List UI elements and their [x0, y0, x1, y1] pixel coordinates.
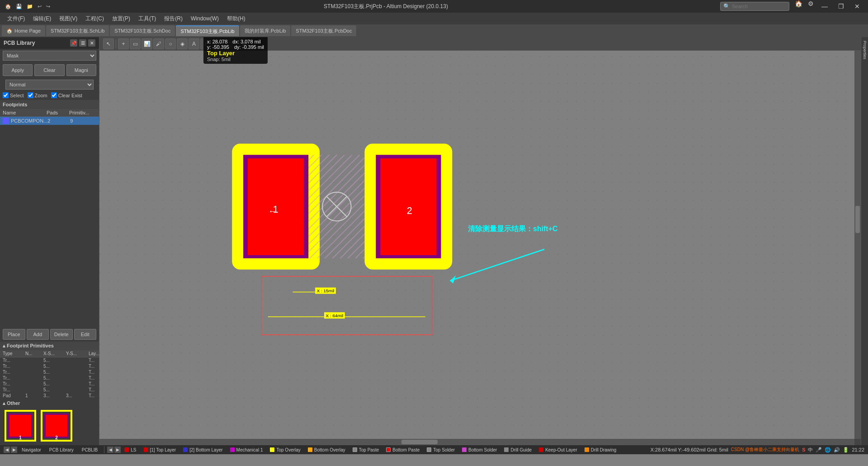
tb-zoom-in-btn[interactable]: + [118, 38, 129, 49]
layer-mech1-label: Mechanical 1 [236, 447, 263, 452]
layer-top-overlay[interactable]: Top Overlay [266, 445, 304, 454]
delete-button[interactable]: Delete [50, 329, 73, 340]
footprint-row-0[interactable]: PCBCOMPON... 2 9 [0, 117, 99, 125]
canvas-area[interactable]: ↖ + ▭ 📊 🖋 ○ ◈ A / ⊡ ⬚ ⊞ x: 28.078 dx: 3.… [99, 37, 861, 445]
prim-row-5[interactable]: Tr...5...T... [0, 387, 99, 393]
zoom-checkbox-label[interactable]: Zoom [28, 92, 47, 98]
clear-exist-checkbox[interactable] [51, 92, 57, 98]
menu-help[interactable]: 帮助(H) [223, 14, 249, 24]
csdn-watermark: CSDN @鲁棒最小二乘支持向量机 [731, 447, 799, 453]
prim-row-0[interactable]: Tr...5...T... [0, 357, 99, 363]
layer-bot-paste[interactable]: Bottom Paste [382, 445, 423, 454]
panel-pin-btn[interactable]: 📌 [70, 39, 77, 47]
layer-bot-overlay[interactable]: Bottom Overlay [304, 445, 349, 454]
layer-bottom-label: [2] Bottom Layer [189, 447, 222, 452]
menu-tools[interactable]: 工具(T) [135, 14, 160, 24]
maximize-button[interactable]: ❐ [834, 0, 848, 13]
tb-select-btn[interactable]: ↖ [103, 38, 114, 49]
tab-pcbdoc[interactable]: STM32F103主板.PcbDoc [291, 25, 356, 36]
clear-button[interactable]: Clear [34, 64, 64, 76]
search-input[interactable] [732, 4, 786, 9]
mask-dropdown[interactable]: Mask [3, 51, 96, 61]
menu-edit[interactable]: 编辑(E) [29, 14, 55, 24]
tab-mylib[interactable]: 我的封装库.PcbLib [240, 25, 291, 36]
layer-drill-draw[interactable]: Drill Drawing [581, 445, 620, 454]
vertical-scrollbar[interactable] [854, 51, 861, 439]
apply-button[interactable]: Apply [3, 64, 33, 76]
home-btn[interactable]: 🏠 [793, 0, 804, 13]
comp-preview-2[interactable]: 2 [41, 410, 72, 442]
normal-dropdown[interactable]: Normal [5, 80, 94, 90]
settings-btn[interactable]: ⚙ [806, 0, 816, 13]
tab-schlib[interactable]: STM32F103主板.SchLib [46, 25, 109, 36]
layer-ls[interactable]: LS [121, 445, 140, 454]
coord-dy-label: dy: [234, 44, 242, 50]
menu-file[interactable]: 文件(F) [4, 14, 28, 24]
place-button[interactable]: Place [3, 329, 25, 340]
tb-circle-btn[interactable]: ○ [165, 38, 176, 49]
title-bar: 🏠 💾 📁 ↩ ↪ STM32F103主板.PrjPcb - Altium De… [0, 0, 868, 13]
zoom-checkbox[interactable] [28, 92, 33, 98]
window-controls: 🏠 ⚙ — ❐ ✕ [793, 0, 864, 13]
nav-tab-navigator[interactable]: Navigator [18, 445, 45, 454]
layer-nav-next[interactable]: ▶ [114, 447, 121, 453]
layer-drill-guide[interactable]: Drill Guide [500, 445, 535, 454]
layer-bottom[interactable]: [2] Bottom Layer [179, 445, 226, 454]
edit-button[interactable]: Edit [74, 329, 97, 340]
layer-keepout[interactable]: Keep-Out Layer [535, 445, 581, 454]
layer-top-solder[interactable]: Top Solder [423, 445, 458, 454]
layer-top[interactable]: [1] Top Layer [140, 445, 180, 454]
panel-menu-btn[interactable]: ☰ [79, 39, 86, 47]
horizontal-scroll-thumb[interactable] [401, 440, 438, 444]
horizontal-scrollbar[interactable] [99, 439, 854, 445]
pcb-drawing[interactable]: 1 ← 2 [99, 51, 854, 445]
nav-next[interactable]: ▶ [11, 447, 17, 453]
tb-marker-btn[interactable]: ◈ [177, 38, 188, 49]
nav-tab-pcblib[interactable]: PCB Library [46, 445, 77, 454]
prim-row-2[interactable]: Tr...5...T... [0, 369, 99, 375]
menu-project[interactable]: 工程(C) [82, 14, 108, 24]
layer-bot-solder[interactable]: Bottom Solder [458, 445, 500, 454]
prim-row-4[interactable]: Tr...5...T... [0, 381, 99, 387]
magni-button[interactable]: Magni [66, 64, 96, 76]
select-checkbox[interactable] [3, 92, 9, 98]
tab-home[interactable]: 🏠 Home Page [2, 25, 45, 36]
tab-schdoc[interactable]: STM32F103主板.SchDoc [110, 25, 175, 36]
menu-view[interactable]: 视图(V) [56, 14, 81, 24]
tb-text-btn[interactable]: A [189, 38, 199, 49]
search-box[interactable]: 🔍 [720, 2, 789, 11]
select-checkbox-label[interactable]: Select [3, 92, 24, 98]
vertical-scroll-thumb[interactable] [855, 206, 860, 233]
comp-preview-1[interactable]: 1 [5, 410, 36, 442]
primitives-expand-icon[interactable]: ▴ [3, 343, 5, 348]
tb-chart-btn[interactable]: 📊 [142, 38, 152, 49]
other-expand-icon[interactable]: ▴ [3, 400, 5, 406]
redo-icon[interactable]: ↪ [45, 4, 52, 10]
nav-tab-pcblib2[interactable]: PCBLIB [78, 445, 102, 454]
prim-row-pad[interactable]: Pad13...3...T... [0, 393, 99, 399]
layer-drill-draw-label: Drill Drawing [591, 447, 617, 452]
tab-pcblib[interactable]: STM32F103主板.PcbLib [176, 25, 239, 36]
tb-rect-btn[interactable]: ▭ [130, 38, 141, 49]
layer-nav-prev[interactable]: ◀ [107, 447, 113, 453]
layer-top-paste[interactable]: Top Paste [349, 445, 382, 454]
properties-tab[interactable]: Properties [863, 39, 867, 61]
footprints-empty-area [0, 125, 99, 327]
clear-exist-checkbox-label[interactable]: Clear Exist [51, 92, 82, 98]
add-button[interactable]: Add [27, 329, 49, 340]
layer-top-label: [1] Top Layer [150, 447, 176, 452]
prim-row-1[interactable]: Tr...5...T... [0, 363, 99, 369]
minimize-button[interactable]: — [817, 0, 832, 13]
tb-eraser-btn[interactable]: 🖋 [153, 38, 164, 49]
layer-ls-dot [124, 447, 129, 452]
nav-prev[interactable]: ◀ [4, 447, 10, 453]
layer-mech1[interactable]: Mechanical 1 [226, 445, 267, 454]
coord-display: x: 28.078 dx: 3.078 mil y: -50.395 dy: -… [203, 37, 268, 64]
panel-close-btn[interactable]: ✕ [88, 39, 95, 47]
menu-place[interactable]: 放置(P) [108, 14, 134, 24]
undo-icon[interactable]: ↩ [36, 4, 43, 10]
menu-reports[interactable]: 报告(R) [160, 14, 186, 24]
menu-window[interactable]: Window(W) [187, 14, 222, 23]
prim-row-3[interactable]: Tr...5...T... [0, 375, 99, 381]
close-button[interactable]: ✕ [850, 0, 864, 13]
